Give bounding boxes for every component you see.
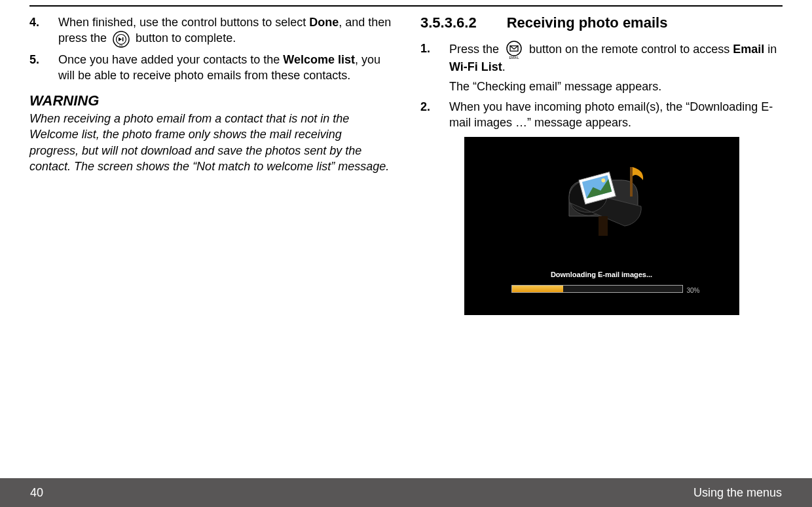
text: When finished, use the control buttons t… [58, 16, 309, 29]
bold: Welcome list [283, 53, 355, 66]
page-footer: 40 Using the menus [0, 478, 812, 507]
step-text: When finished, use the control buttons t… [58, 14, 392, 48]
text: in [764, 43, 777, 56]
top-rule [29, 5, 783, 7]
step-1: 1. Press the EMAIL button on the remo [420, 41, 783, 95]
svg-rect-3 [122, 37, 124, 41]
svg-text:OK: OK [119, 44, 123, 47]
footer-section: Using the menus [693, 486, 782, 500]
text: Once you have added your contacts to the [58, 53, 283, 66]
step-text: When you have incoming photo email(s), t… [449, 99, 783, 131]
svg-rect-14 [599, 216, 608, 236]
step-5: 5. Once you have added your contacts to … [29, 52, 392, 84]
screenshot-caption: Downloading E-mail images... [464, 271, 739, 278]
text: . [502, 60, 506, 73]
svg-point-5 [507, 41, 521, 56]
section-heading: 3.5.3.6.2 Receiving photo emails [420, 14, 783, 31]
step-number: 4. [29, 14, 58, 30]
step-body: When finished, use the control buttons t… [58, 14, 392, 48]
step-text: Once you have added your contacts to the… [58, 52, 392, 84]
progress-bar-fill [512, 286, 563, 292]
manual-page: 4. When finished, use the control button… [0, 0, 812, 507]
warning-heading: WARNING [29, 92, 392, 109]
ok-button-icon: OK [113, 31, 130, 48]
email-button-icon: EMAIL [505, 41, 523, 59]
device-screenshot: Downloading E-mail images... 30% [464, 137, 739, 315]
mailbox-icon [553, 160, 651, 242]
step-number: 1. [420, 41, 449, 56]
text: Press the [449, 43, 502, 56]
svg-marker-2 [119, 37, 122, 41]
warning-body: When receiving a photo email from a cont… [29, 111, 392, 174]
text: button on the remote control to access [526, 43, 733, 56]
step-number: 5. [29, 52, 58, 67]
right-column: 3.5.3.6.2 Receiving photo emails 1. Pres… [420, 14, 783, 468]
step-2: 2. When you have incoming photo email(s)… [420, 99, 783, 131]
left-column: 4. When finished, use the control button… [29, 14, 392, 468]
step-body: Press the EMAIL button on the remote con… [449, 41, 783, 95]
section-number: 3.5.3.6.2 [420, 14, 477, 31]
section-title: Receiving photo emails [507, 14, 668, 31]
step-text-2: The “Checking email” message appears. [449, 79, 783, 94]
screenshot-wrap: Downloading E-mail images... 30% [420, 137, 783, 315]
bold: Wi-Fi List [449, 60, 502, 73]
left-steps: 4. When finished, use the control button… [29, 14, 392, 83]
bold: Email [733, 43, 764, 56]
text: button to complete. [132, 31, 236, 45]
right-steps: 1. Press the EMAIL button on the remo [420, 41, 783, 130]
svg-text:EMAIL: EMAIL [509, 56, 519, 60]
step-body: Once you have added your contacts to the… [58, 52, 392, 84]
progress-percent: 30% [687, 287, 700, 294]
page-number: 40 [30, 486, 43, 500]
content-columns: 4. When finished, use the control button… [29, 14, 783, 468]
step-4: 4. When finished, use the control button… [29, 14, 392, 48]
step-body: When you have incoming photo email(s), t… [449, 99, 783, 131]
bold: Done [309, 16, 339, 29]
step-number: 2. [420, 99, 449, 115]
svg-rect-9 [630, 167, 633, 197]
step-text: Press the EMAIL button on the remote con… [449, 41, 783, 75]
progress-bar [511, 285, 683, 293]
